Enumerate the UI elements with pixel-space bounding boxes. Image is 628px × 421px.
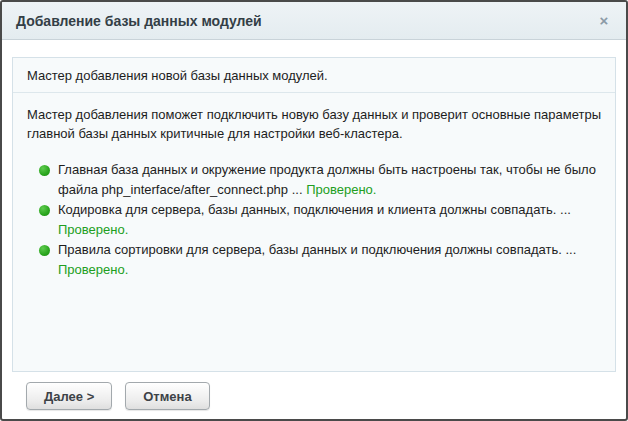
check-item: Главная база данных и окружение продукта… <box>39 160 601 200</box>
check-item: Кодировка для сервера, базы данных, подк… <box>39 200 601 240</box>
wizard-intro: Мастер добавления поможет подключить нов… <box>27 105 601 143</box>
status-ok-icon <box>39 205 50 216</box>
status-ok-icon <box>39 165 50 176</box>
wizard-panel: Мастер добавления новой базы данных моду… <box>12 57 616 372</box>
status-ok-icon <box>39 245 50 256</box>
check-list: Главная база данных и окружение продукта… <box>39 160 601 280</box>
check-text: Кодировка для сервера, базы данных, подк… <box>58 202 571 217</box>
dialog-titlebar: Добавление базы данных модулей × <box>2 2 626 40</box>
cancel-button[interactable]: Отмена <box>125 382 209 410</box>
check-text: Правила сортировки для сервера, базы дан… <box>58 242 576 257</box>
add-module-database-dialog: Добавление базы данных модулей × Мастер … <box>0 0 628 421</box>
check-status: Проверено. <box>58 262 128 277</box>
check-status: Проверено. <box>306 182 376 197</box>
close-icon[interactable]: × <box>594 11 614 31</box>
wizard-step-title: Мастер добавления новой базы данных моду… <box>13 58 615 93</box>
next-button[interactable]: Далее > <box>26 382 112 410</box>
dialog-body: Мастер добавления новой базы данных моду… <box>2 40 626 410</box>
check-item: Правила сортировки для сервера, базы дан… <box>39 240 601 280</box>
wizard-content: Мастер добавления поможет подключить нов… <box>13 93 615 280</box>
check-status: Проверено. <box>58 222 128 237</box>
dialog-title: Добавление базы данных модулей <box>16 13 594 29</box>
dialog-footer: Далее > Отмена <box>26 382 616 410</box>
